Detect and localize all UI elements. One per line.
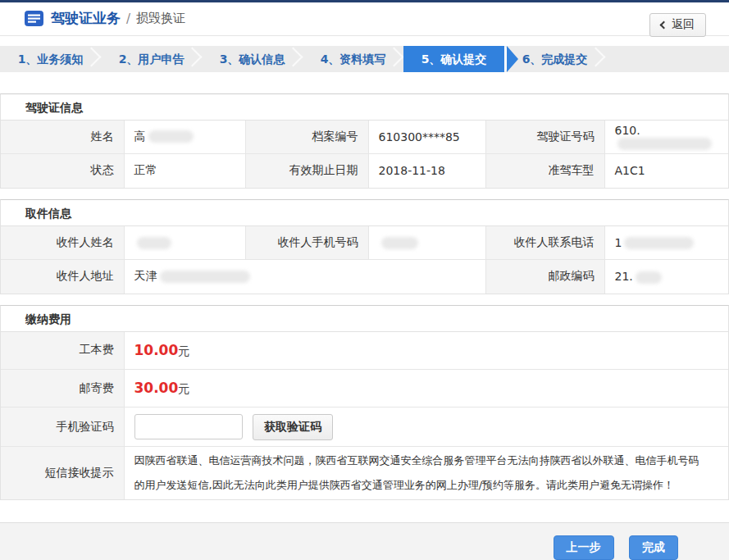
- recipient-tel-value: 1: [604, 226, 728, 260]
- redacted-blob: [624, 237, 694, 249]
- redacted-blob: [137, 237, 171, 249]
- step-tabs: 1、业务须知 2、用户申告 3、确认信息 4、资料填写 5、确认提交 6、完成提…: [0, 46, 729, 72]
- vehicle-class-value: A1C1: [604, 154, 728, 188]
- license-info-table: 姓名 高 档案编号 610300****85 驾驶证号码 610. 状态 正常 …: [1, 121, 728, 188]
- redacted-blob: [617, 138, 712, 150]
- recipient-name-label: 收件人姓名: [1, 226, 124, 260]
- footer-action-bar: 上一步 完成: [0, 522, 729, 560]
- postcode-label: 邮政编码: [485, 260, 604, 294]
- step-tab-1[interactable]: 1、业务须知: [0, 46, 101, 72]
- fees-section-title: 缴纳费用: [1, 306, 728, 332]
- redacted-blob: [381, 237, 418, 249]
- work-fee-amount: 10.00: [134, 342, 179, 358]
- sms-notice-label: 短信接收提示: [1, 447, 124, 500]
- page-header: 驾驶证业务 / 损毁换证 返回: [0, 2, 729, 36]
- step-tab-5-label: 5、确认提交: [421, 52, 487, 66]
- expiry-date-label: 有效期止日期: [245, 154, 368, 188]
- finish-button[interactable]: 完成: [629, 535, 678, 560]
- pickup-info-table: 收件人姓名 收件人手机号码 收件人联系电话 1 收件人地址 天津 邮政编码 21…: [1, 226, 728, 294]
- postcode-value: 21.: [604, 260, 728, 294]
- step-tab-6-label: 6、完成提交: [522, 52, 588, 66]
- status-value: 正常: [124, 154, 245, 188]
- sms-code-label: 手机验证码: [1, 407, 124, 447]
- expiry-date-value: 2018-11-18: [368, 154, 485, 188]
- license-number-value: 610.: [604, 121, 728, 154]
- name-label: 姓名: [1, 121, 124, 154]
- breadcrumb-divider: /: [126, 11, 130, 26]
- recipient-tel-label: 收件人联系电话: [485, 226, 604, 260]
- table-row: 姓名 高 档案编号 610300****85 驾驶证号码 610.: [1, 121, 728, 154]
- table-row: 收件人地址 天津 邮政编码 21.: [1, 260, 728, 294]
- postage-fee-unit: 元: [178, 382, 189, 395]
- sms-notice-row: 短信接收提示 因陕西省联通、电信运营商技术问题，陕西省互联网交通安全综合服务管理…: [1, 447, 728, 500]
- recipient-name-value: [124, 226, 245, 260]
- fees-table: 工本费 10.00元 邮寄费 30.00元 手机验证码 获取验证码 短信接收提示: [1, 332, 728, 500]
- breadcrumb-current: 损毁换证: [136, 11, 185, 26]
- pickup-section-title: 取件信息: [1, 200, 728, 226]
- step-tab-1-label: 1、业务须知: [18, 52, 84, 66]
- recipient-mobile-label: 收件人手机号码: [245, 226, 368, 260]
- step-tab-2-label: 2、用户申告: [119, 52, 185, 66]
- license-section-title: 驾驶证信息: [1, 94, 728, 121]
- recipient-mobile-value: [368, 226, 485, 260]
- table-row: 状态 正常 有效期止日期 2018-11-18 准驾车型 A1C1: [1, 154, 728, 188]
- recipient-address-label: 收件人地址: [1, 260, 124, 294]
- name-value: 高: [124, 121, 245, 154]
- file-number-value: 610300****85: [368, 121, 485, 154]
- postage-fee-label: 邮寄费: [1, 370, 124, 407]
- redacted-blob: [636, 271, 662, 284]
- license-card-icon: [25, 11, 43, 26]
- postage-fee-amount: 30.00: [134, 380, 179, 396]
- back-button-label: 返回: [672, 17, 695, 32]
- recipient-address-value: 天津: [124, 260, 485, 294]
- table-row: 工本费 10.00元: [1, 332, 728, 370]
- captcha-row: 手机验证码 获取验证码: [1, 407, 728, 447]
- sms-notice-text: 因陕西省联通、电信运营商技术问题，陕西省互联网交通安全综合服务管理平台无法向持陕…: [124, 447, 728, 500]
- file-number-label: 档案编号: [245, 121, 368, 154]
- pickup-info-section: 取件信息 收件人姓名 收件人手机号码 收件人联系电话 1 收件人地址 天津 邮政…: [0, 199, 729, 294]
- postage-fee-value: 30.00元: [124, 370, 728, 407]
- back-chevron-icon: [660, 21, 668, 30]
- sms-code-input[interactable]: [134, 414, 243, 439]
- step-tab-4[interactable]: 4、资料填写: [303, 46, 403, 72]
- work-fee-label: 工本费: [1, 332, 124, 370]
- step-tab-3-label: 3、确认信息: [220, 52, 285, 66]
- fees-section: 缴纳费用 工本费 10.00元 邮寄费 30.00元 手机验证码 获取验证码: [0, 305, 729, 501]
- table-row: 收件人姓名 收件人手机号码 收件人联系电话 1: [1, 226, 728, 260]
- step-tab-4-label: 4、资料填写: [321, 52, 386, 66]
- work-fee-value: 10.00元: [124, 332, 728, 370]
- page-title: 驾驶证业务: [51, 9, 121, 28]
- redacted-blob: [160, 271, 250, 283]
- main-content: 驾驶证信息 姓名 高 档案编号 610300****85 驾驶证号码 610. …: [0, 93, 729, 512]
- license-number-label: 驾驶证号码: [485, 121, 604, 154]
- redacted-blob: [148, 130, 194, 143]
- step-tab-5-active[interactable]: 5、确认提交: [403, 46, 504, 72]
- step-tab-2[interactable]: 2、用户申告: [101, 46, 202, 72]
- status-label: 状态: [1, 154, 124, 188]
- sms-code-cell: 获取验证码: [124, 407, 728, 447]
- get-sms-code-button[interactable]: 获取验证码: [253, 414, 333, 440]
- page: 驾驶证业务 / 损毁换证 返回 1、业务须知 2、用户申告 3、确认信息 4、资…: [0, 0, 729, 560]
- step-tab-6[interactable]: 6、完成提交: [504, 46, 605, 72]
- previous-step-button[interactable]: 上一步: [554, 535, 614, 560]
- step-tab-3[interactable]: 3、确认信息: [202, 46, 303, 72]
- table-row: 邮寄费 30.00元: [1, 370, 728, 407]
- work-fee-unit: 元: [178, 344, 189, 357]
- vehicle-class-label: 准驾车型: [485, 154, 604, 188]
- back-button[interactable]: 返回: [649, 13, 706, 37]
- license-info-section: 驾驶证信息 姓名 高 档案编号 610300****85 驾驶证号码 610. …: [0, 93, 729, 189]
